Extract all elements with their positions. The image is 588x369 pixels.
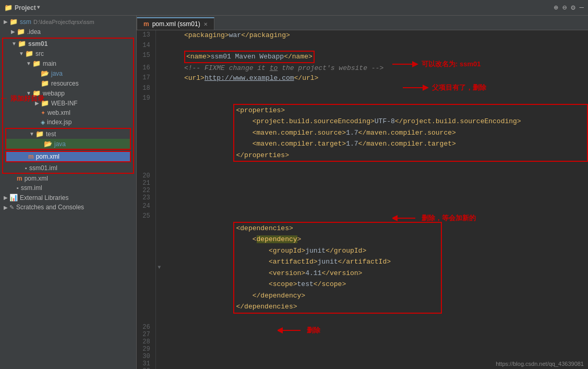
table-row: 15 <name>ssm01 Maven Webapp</name> bbox=[137, 51, 588, 63]
add-dir-annotation: ← 添加好目录 bbox=[0, 93, 44, 104]
sidebar-item-label: test bbox=[46, 130, 56, 138]
fold-gutter bbox=[155, 41, 163, 51]
fold-gutter bbox=[155, 73, 163, 84]
settings-icon[interactable]: ⚙ bbox=[571, 3, 575, 12]
folder-icon: 📁 bbox=[35, 130, 44, 138]
sidebar-item-ssm01iml[interactable]: ▪ ssm01.iml bbox=[3, 163, 133, 173]
minimize-icon[interactable]: — bbox=[580, 3, 584, 12]
sidebar-item-java2[interactable]: 📂 java bbox=[6, 139, 130, 149]
fold-gutter bbox=[155, 51, 163, 63]
table-row: 17 <url>http://www.example.com</url> bbox=[137, 73, 588, 84]
table-row: 20 bbox=[137, 172, 588, 180]
table-row: 26 bbox=[137, 324, 588, 331]
line-number: 23 bbox=[137, 194, 155, 201]
table-row: 25 ▼ <dependencies> <dependency> <groupI… bbox=[137, 211, 588, 324]
top-bar: 📁 Project ▼ ⊕ ⊖ ⚙ — bbox=[0, 0, 588, 16]
pomxml-outline-box: m pom.xml bbox=[5, 151, 131, 162]
sidebar-item-label: ssm bbox=[20, 18, 31, 26]
sidebar-item-resources[interactable]: 📁 resources bbox=[3, 78, 133, 88]
sidebar-item-label: java bbox=[54, 140, 66, 148]
sidebar-item-label: ssm.iml bbox=[21, 184, 42, 192]
sidebar-item-label: src bbox=[35, 50, 44, 57]
sidebar-item-label: web.xml bbox=[47, 109, 70, 116]
iml-icon: ▪ bbox=[17, 185, 19, 191]
test-outline-box: ▼ 📁 test 📂 java bbox=[5, 128, 131, 150]
sidebar-item-label: java bbox=[51, 70, 63, 77]
table-row: 16 <!-- FIXME change it to the project's… bbox=[137, 63, 588, 74]
sidebar-item-label: WEB-INF bbox=[51, 100, 78, 107]
resources-folder-icon: 📁 bbox=[41, 79, 49, 87]
main-layout: ▶ 📁 ssm D:\IdeaProject\qrsx\ssm ▶ 📁 .ide… bbox=[0, 16, 588, 369]
top-bar-dropdown-arrow[interactable]: ▼ bbox=[37, 5, 40, 10]
line-content: <properties> <project.build.sourceEncodi… bbox=[163, 93, 588, 172]
code-editor[interactable]: 13 <packaging>war</packaging> 14 bbox=[137, 30, 588, 369]
table-row: 21 bbox=[137, 180, 588, 187]
line-content bbox=[163, 84, 588, 94]
sidebar-item-label: ssm01.iml bbox=[29, 164, 57, 172]
code-wrapper: 13 <packaging>war</packaging> 14 bbox=[137, 30, 588, 369]
add-icon[interactable]: ⊕ bbox=[554, 3, 558, 12]
sidebar-item-ssm[interactable]: ▶ 📁 ssm D:\IdeaProject\qrsx\ssm bbox=[0, 17, 136, 27]
editor-area: m pom.xml (ssm01) ✕ 13 <packaging>war</p… bbox=[137, 16, 588, 369]
sidebar-item-idea[interactable]: ▶ 📁 .idea bbox=[0, 27, 136, 37]
sidebar-item-src[interactable]: ▼ 📁 src bbox=[3, 49, 133, 58]
table-row: 24 bbox=[137, 201, 588, 212]
arrow-icon: ▶ bbox=[2, 205, 9, 210]
fold-gutter bbox=[155, 93, 163, 172]
arrow-icon: ▶ bbox=[2, 195, 9, 200]
folder-icon: 📁 bbox=[25, 50, 33, 57]
line-number: 21 bbox=[137, 180, 155, 187]
table-row: 22 bbox=[137, 187, 588, 194]
add-dir-arrow: ← bbox=[0, 93, 8, 104]
sidebar-item-indexjsp[interactable]: ◈ index.jsp bbox=[3, 117, 133, 127]
sidebar-item-pomxml[interactable]: m pom.xml bbox=[6, 152, 130, 161]
line-number: 19 bbox=[137, 93, 155, 172]
sidebar-item-webxml[interactable]: ✦ web.xml bbox=[3, 108, 133, 117]
sidebar-item-ssm01[interactable]: ▼ 📁 ssm01 bbox=[3, 39, 133, 49]
sidebar-item-label: pom.xml bbox=[36, 153, 59, 160]
sidebar-item-label: .idea bbox=[27, 28, 41, 35]
arrow-icon: ▼ bbox=[18, 51, 25, 56]
line-number: 16 bbox=[137, 63, 155, 74]
sidebar-item-test[interactable]: ▼ 📁 test bbox=[6, 129, 130, 139]
table-row: 19 <properties> <project.build.sourceEnc… bbox=[137, 93, 588, 172]
xml-file-icon: ✦ bbox=[41, 110, 45, 116]
line-number: 13 bbox=[137, 30, 155, 41]
line-number: 17 bbox=[137, 73, 155, 84]
maven-icon: m bbox=[17, 175, 22, 182]
jsp-file-icon: ◈ bbox=[41, 119, 45, 126]
tab-bar: m pom.xml (ssm01) ✕ bbox=[137, 16, 588, 30]
sidebar-item-label: ssm01 bbox=[28, 40, 47, 47]
line-number: 25 bbox=[137, 211, 155, 324]
collapse-icon[interactable]: ⊖ bbox=[562, 3, 567, 12]
sidebar-item-extlibs[interactable]: ▶ 📊 External Libraries bbox=[0, 193, 136, 203]
tab-pomxml[interactable]: m pom.xml (ssm01) ✕ bbox=[137, 17, 214, 30]
sidebar-item-ssmiml[interactable]: ▪ ssm.iml bbox=[0, 183, 136, 193]
extlibs-icon: 📊 bbox=[9, 194, 18, 201]
line-number: 29 bbox=[137, 346, 155, 353]
sidebar-item-scratches[interactable]: ▶ ✎ Scratches and Consoles bbox=[0, 203, 136, 212]
sidebar-item-main[interactable]: ▼ 📁 main bbox=[3, 58, 133, 68]
table-row: 23 bbox=[137, 194, 588, 201]
arrow-icon: ▶ bbox=[9, 29, 17, 34]
line-number: 31 bbox=[137, 360, 155, 367]
line-number: 26 bbox=[137, 324, 155, 331]
folder-icon: 📁 bbox=[18, 40, 26, 47]
top-bar-title: Project bbox=[15, 4, 36, 11]
line-number: 28 bbox=[137, 338, 155, 346]
line-number: 24 bbox=[137, 201, 155, 212]
line-content: <url>http://www.example.com</url> bbox=[163, 73, 588, 84]
arrow-icon: ▼ bbox=[10, 41, 18, 46]
sidebar: ▶ 📁 ssm D:\IdeaProject\qrsx\ssm ▶ 📁 .ide… bbox=[0, 16, 137, 369]
table-row: 27 bbox=[137, 331, 588, 338]
sidebar-item-label: webapp bbox=[43, 90, 65, 97]
fold-gutter: ▼ bbox=[155, 211, 163, 324]
tab-close-button[interactable]: ✕ bbox=[203, 21, 208, 27]
arrow-icon: ▶ bbox=[2, 19, 9, 25]
sidebar-item-java[interactable]: 📂 java bbox=[3, 68, 133, 78]
sidebar-item-pomxml-root[interactable]: m pom.xml bbox=[0, 174, 136, 183]
line-content bbox=[163, 201, 588, 212]
line-number: 30 bbox=[137, 353, 155, 360]
sidebar-item-path: D:\IdeaProject\qrsx\ssm bbox=[33, 19, 94, 25]
java-folder-icon: 📂 bbox=[44, 140, 52, 148]
